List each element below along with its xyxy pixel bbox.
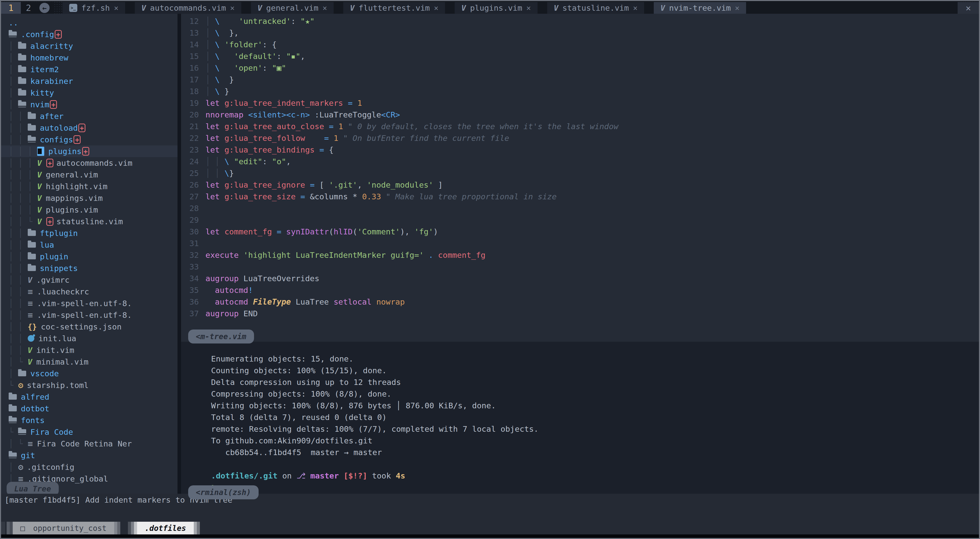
code-line[interactable]: 24│ │ \ "edit": "o", [181, 156, 979, 167]
code-line[interactable]: 12│ \ 'untracked': "★" [181, 15, 979, 27]
code-line[interactable]: 27let g:lua_tree_size = &columns * 0.33 … [181, 191, 979, 202]
tab-plugins.vim[interactable]: Vplugins.vim× [455, 2, 537, 14]
tree-item-dotbot[interactable]: dotbot [9, 403, 178, 414]
code-line[interactable]: 33 [181, 261, 979, 273]
tree-item-alacritty[interactable]: │ alacritty [9, 40, 178, 52]
expand-icon[interactable]: + [55, 30, 62, 39]
code-line[interactable]: 26let g:lua_tree_ignore = [ '.git', 'nod… [181, 179, 979, 191]
tree-item-nvim[interactable]: │ nvim+ [9, 99, 178, 110]
expand-icon[interactable]: + [46, 159, 53, 167]
tab-close-icon[interactable]: × [527, 3, 531, 13]
tree-item-.gvimrc[interactable]: │ │ V.gvimrc [9, 274, 178, 286]
tree-item-git[interactable]: git [9, 450, 178, 461]
tmux-window-.dotfiles[interactable]: .dotfiles [128, 522, 200, 534]
code-line[interactable]: 21let g:lua_tree_auto_close = 1 " 0 by d… [181, 121, 979, 132]
tree-item-.vim-spell-en.utf-8.[interactable]: │ │ ≡.vim-spell-en.utf-8. [9, 309, 178, 321]
tab-close-icon[interactable]: × [323, 3, 327, 13]
tab-nvim-tree.vim[interactable]: Vnvim-tree.vim× [654, 2, 746, 14]
expand-icon[interactable]: + [50, 100, 57, 109]
tab-general.vim[interactable]: Vgeneral.vim× [251, 2, 334, 14]
code-line[interactable]: 13│ \ }, [181, 27, 979, 39]
code-line[interactable]: 17│ \ } [181, 74, 979, 86]
code-line[interactable]: 22let g:lua_tree_follow = 1 " On bufEnte… [181, 132, 979, 144]
tree-item-highlight.vim[interactable]: │ │ │ Vhighlight.vim [9, 181, 178, 192]
close-all-button[interactable]: ✕ [958, 2, 979, 14]
tree-item-statusline.vim[interactable]: │ │ └ V+statusline.vim [9, 216, 178, 227]
tree-item-.gitconfig[interactable]: │ ⚙.gitconfig [9, 461, 178, 473]
tree-item-homebrew[interactable]: │ homebrew [9, 52, 178, 64]
tree-item-.config[interactable]: .config+ [9, 29, 178, 40]
tree-item-.vim-spell-en.utf-8.[interactable]: │ │ ≡.vim-spell-en.utf-8. [9, 297, 178, 309]
expand-icon[interactable]: + [82, 147, 89, 156]
expand-icon[interactable]: + [78, 124, 86, 132]
terminal-pane[interactable]: <m-tree.vim <rminal(zsh) Enumerating obj… [181, 342, 979, 494]
code-line[interactable]: 25│ │ \} [181, 167, 979, 179]
expand-icon[interactable]: + [46, 217, 53, 226]
code-line[interactable]: 30let comment_fg = synIDattr(hlID('Comme… [181, 226, 979, 237]
tree-item-.luacheckrc[interactable]: │ │ ≡.luacheckrc [9, 286, 178, 297]
tree-item-minimal.vim[interactable]: │ └ Vminimal.vim [9, 356, 178, 368]
back-circle-button[interactable]: ← [36, 2, 53, 14]
text-file-icon: ≡ [28, 298, 33, 308]
tree-item-iterm2[interactable]: │ iterm2 [9, 64, 178, 75]
tree-item-configs[interactable]: │ │ configs+ [9, 134, 178, 145]
tree-item-lua[interactable]: │ │ lua [9, 239, 178, 251]
tree-item-ftplugin[interactable]: │ │ ftplugin [9, 227, 178, 239]
folder-closed-icon [28, 113, 36, 119]
expand-icon[interactable]: + [73, 135, 81, 144]
indent-guides: │ │ └ [9, 217, 37, 226]
window-separator[interactable] [178, 14, 181, 494]
code-line[interactable]: 23let g:lua_tree_bindings = { [181, 144, 979, 156]
code-line[interactable]: 34augroup LuaTreeOverrides [181, 273, 979, 284]
tab-close-icon[interactable]: × [434, 3, 438, 13]
tree-item-autoload[interactable]: │ │ autoload+ [9, 122, 178, 134]
vim-icon: V [660, 3, 665, 13]
tree-item-mappings.vim[interactable]: │ │ │ Vmappings.vim [9, 192, 178, 204]
tab-close-icon[interactable]: × [735, 3, 740, 13]
code-line[interactable]: 31 [181, 237, 979, 249]
tmux-window-opportunity_cost[interactable]: □ opportunity_cost [6, 522, 120, 534]
tree-item-karabiner[interactable]: │ karabiner [9, 75, 178, 87]
tree-item-label: minimal.vim [37, 357, 89, 366]
tree-item-Fira Code[interactable]: └ Fira Code [9, 426, 178, 438]
tree-item-general.vim[interactable]: │ │ │ Vgeneral.vim [9, 169, 178, 181]
tree-item-snippets[interactable]: │ │ snippets [9, 262, 178, 274]
code-line[interactable]: 36 autocmd FileType LuaTree setlocal now… [181, 296, 979, 308]
code-line[interactable]: 32execute 'highlight LuaTreeIndentMarker… [181, 249, 979, 261]
tab-autocommands.vim[interactable]: Vautocommands.vim× [135, 2, 241, 14]
tab-fzf.sh[interactable]: >_fzf.sh× [62, 2, 125, 14]
tab-page-1[interactable]: 1 [1, 2, 21, 14]
tree-item-init.vim[interactable]: │ │ Vinit.vim [9, 344, 178, 356]
code-editor[interactable]: 12│ \ 'untracked': "★"13│ \ },14│ \ 'fol… [181, 14, 979, 342]
tree-item-after[interactable]: │ │ after [9, 110, 178, 122]
tree-item-fonts[interactable]: fonts [9, 414, 178, 426]
code-line[interactable]: 15│ \ 'default': "▪", [181, 50, 979, 62]
tree-item-alfred[interactable]: alfred [9, 391, 178, 403]
tree-item-plugins[interactable]: │ │ │ plugins+ [1, 145, 178, 157]
tree-item-..[interactable]: .. [9, 17, 178, 29]
code-line[interactable]: 18│ \ } [181, 86, 979, 97]
tree-item-starship.toml[interactable]: └ ⚙starship.toml [9, 379, 178, 391]
tree-item-Fira Code Retina Ner[interactable]: │ └ ≡Fira Code Retina Ner [9, 438, 178, 450]
code-line[interactable]: 20nnoremap <silent><c-n> :LuaTreeToggle<… [181, 109, 979, 121]
tab-page-2[interactable]: 2 [21, 2, 36, 14]
tree-item-plugin[interactable]: │ │ plugin [9, 251, 178, 262]
tree-item-init.lua[interactable]: │ │ init.lua [9, 332, 178, 344]
tab-statusline.vim[interactable]: Vstatusline.vim× [547, 2, 644, 14]
tree-item-autocommands.vim[interactable]: │ │ │ V+autocommands.vim [9, 157, 178, 169]
tab-close-icon[interactable]: × [114, 3, 118, 13]
tree-item-vscode[interactable]: │ vscode [9, 368, 178, 379]
code-line[interactable]: 37augroup END [181, 308, 979, 320]
code-line[interactable]: 16│ \ 'open': "▣" [181, 62, 979, 74]
tree-item-plugins.vim[interactable]: │ │ │ Vplugins.vim [9, 204, 178, 216]
code-line[interactable]: 29 [181, 214, 979, 226]
code-line[interactable]: 35 autocmd! [181, 284, 979, 296]
code-line[interactable]: 19let g:lua_tree_indent_markers = 1 [181, 97, 979, 109]
code-line[interactable]: 28 [181, 202, 979, 214]
tree-item-kitty[interactable]: │ kitty [9, 87, 178, 99]
code-line[interactable]: 14│ \ 'folder': { [181, 39, 979, 50]
tree-item-coc-settings.json[interactable]: │ │ {}coc-settings.json [9, 321, 178, 332]
tab-fluttertest.vim[interactable]: Vfluttertest.vim× [343, 2, 445, 14]
tab-close-icon[interactable]: × [230, 3, 235, 13]
tab-close-icon[interactable]: × [633, 3, 638, 13]
